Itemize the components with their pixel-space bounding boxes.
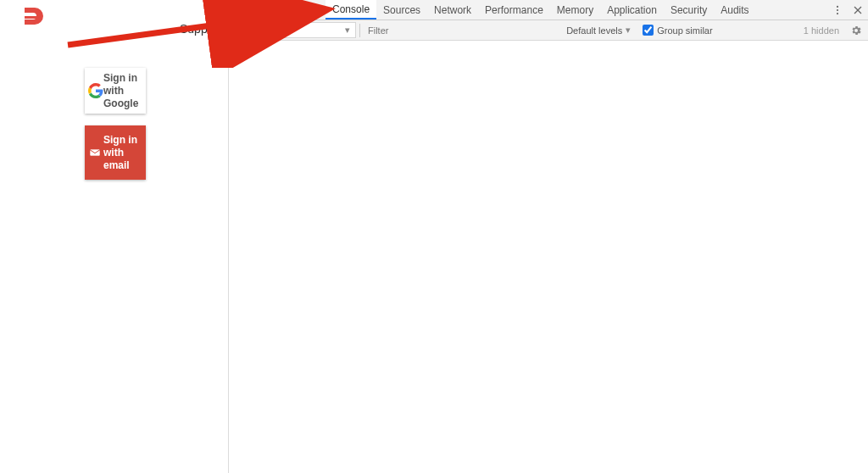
svg-line-12	[259, 27, 264, 33]
sidebar-toggle-icon[interactable]	[232, 22, 249, 39]
filter-input[interactable]	[368, 25, 470, 36]
device-toggle-icon[interactable]	[249, 0, 270, 20]
filter-wrap	[364, 25, 474, 36]
inspect-icon[interactable]	[229, 0, 249, 20]
svg-point-5	[837, 8, 838, 10]
signin-button-group: Sign in with Google Sign in with email	[85, 68, 146, 180]
signin-email-label: Sign in with email	[103, 134, 142, 172]
console-prompt[interactable]: >	[236, 44, 861, 58]
signin-google-button[interactable]: Sign in with Google	[85, 68, 146, 114]
tab-audits[interactable]: Audits	[714, 0, 755, 19]
svg-rect-0	[90, 149, 100, 156]
signin-google-label: Sign in with Google	[103, 72, 142, 110]
tab-security[interactable]: Security	[664, 0, 714, 19]
logo-p-icon	[21, 4, 48, 31]
tab-memory[interactable]: Memory	[550, 0, 600, 19]
group-similar-label: Group similar	[657, 25, 712, 36]
group-similar-checkbox[interactable]	[643, 25, 654, 36]
hidden-count[interactable]: 1 hidden	[804, 25, 839, 36]
divider	[359, 24, 360, 37]
text-cursor	[247, 46, 248, 56]
svg-rect-9	[236, 26, 246, 34]
website-pane: Support Sign in with Google	[0, 0, 229, 473]
settings-icon[interactable]	[848, 22, 865, 39]
console-toolbar: top ▾ Default levels ▾ Group similar 1 h…	[229, 20, 868, 41]
chevron-down-icon: ▾	[345, 25, 350, 36]
tab-network[interactable]: Network	[427, 0, 478, 19]
prompt-symbol: >	[236, 46, 242, 57]
svg-point-6	[837, 13, 838, 14]
signin-email-button[interactable]: Sign in with email	[85, 125, 146, 180]
console-body[interactable]: >	[229, 41, 868, 473]
tab-console[interactable]: Console	[326, 0, 376, 19]
execution-context-select[interactable]: top ▾	[273, 22, 356, 38]
svg-point-4	[837, 5, 838, 7]
tab-performance[interactable]: Performance	[478, 0, 550, 19]
support-label: Support	[180, 22, 221, 36]
google-logo-icon	[88, 81, 103, 101]
tab-sources[interactable]: Sources	[376, 0, 427, 19]
group-similar-toggle[interactable]: Group similar	[639, 25, 715, 36]
tab-elements[interactable]: Elements	[270, 0, 326, 19]
levels-label: Default levels	[566, 25, 622, 36]
email-icon	[88, 142, 102, 163]
clear-console-icon[interactable]	[253, 22, 270, 39]
context-label: top	[279, 25, 292, 36]
log-levels-select[interactable]: Default levels ▾	[561, 25, 636, 36]
more-icon[interactable]	[827, 0, 848, 20]
tab-application[interactable]: Application	[600, 0, 664, 19]
chevron-down-icon: ▾	[626, 25, 631, 36]
devtools-panel: Elements Console Sources Network Perform…	[229, 0, 868, 473]
close-icon[interactable]	[848, 0, 868, 20]
devtools-tabs-bar: Elements Console Sources Network Perform…	[229, 0, 868, 20]
